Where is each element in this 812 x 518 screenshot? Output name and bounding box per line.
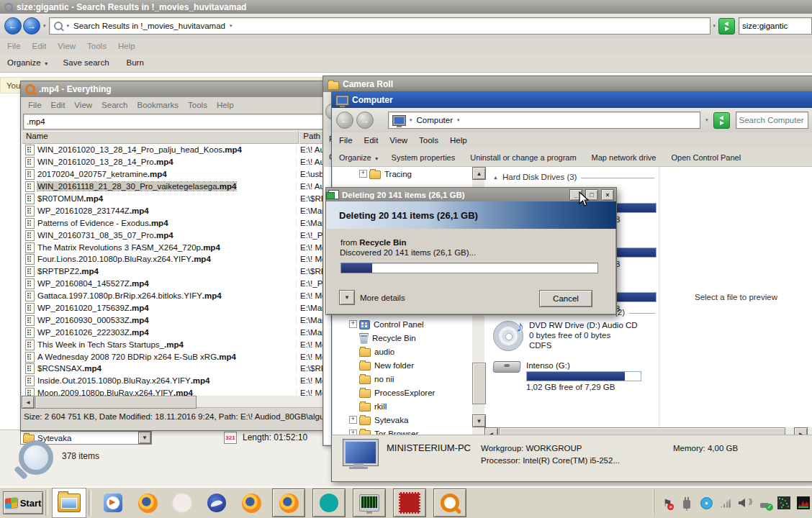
file-row[interactable]: $R0TOMUM.mp4 E:\$REC xyxy=(22,193,325,205)
menu-item[interactable]: Search xyxy=(102,101,127,109)
scrollbar-thumb[interactable] xyxy=(35,396,197,409)
hdd-fragment[interactable]: B xyxy=(615,247,657,288)
scroll-left-button[interactable] xyxy=(22,396,35,409)
menu-item[interactable]: Help xyxy=(450,136,467,145)
seamonkey-icon[interactable] xyxy=(203,489,230,517)
aimp-icon[interactable] xyxy=(168,489,196,517)
tree-item[interactable]: + Tracing xyxy=(333,167,472,181)
menu-item[interactable]: View xyxy=(389,136,407,145)
menu-item[interactable]: Help xyxy=(118,42,135,50)
address-chevron[interactable]: ▾ xyxy=(457,117,460,123)
file-row[interactable]: $RCSNSAX.mp4 E:\$REC xyxy=(22,363,325,375)
explorer-title-bar[interactable]: size:gigantic - Search Results in !_movi… xyxy=(0,0,812,14)
filezilla-icon[interactable] xyxy=(393,489,426,517)
menu-item[interactable]: View xyxy=(58,42,76,50)
file-row[interactable]: WP_20160804_145527Z.mp4 E:\!_Pict xyxy=(22,278,325,290)
tray-signal-icon[interactable] xyxy=(718,496,733,510)
menu-item[interactable]: Tools xyxy=(419,136,438,145)
toolbar-button[interactable]: Save search xyxy=(63,58,112,67)
tree-item[interactable]: + Recycle Bin xyxy=(333,331,472,345)
search-box[interactable] xyxy=(736,112,808,129)
file-row[interactable]: WP_20160930_000533Z.mp4 E:\Margu xyxy=(22,314,325,326)
camera-roll-title-bar[interactable]: Camera Roll xyxy=(323,76,812,92)
menu-item[interactable]: Bookmarks xyxy=(137,101,179,109)
tray-perf-icon[interactable] xyxy=(796,496,811,510)
file-row[interactable]: A Wednesday 2008 720 BDRip x264 E-SuB xR… xyxy=(22,350,325,363)
file-row[interactable]: WP_20161026_222303Z.mp4 E:\Margu xyxy=(22,326,325,338)
tree-item[interactable]: + rkill xyxy=(333,399,472,413)
forward-button[interactable]: → xyxy=(356,112,374,129)
file-row[interactable]: WIN_20160731_08_35_07_Pro.mp4 E:\!_Pict xyxy=(22,229,325,241)
tree-item[interactable]: + ProcessExplorer xyxy=(333,386,472,399)
start-button[interactable]: Start xyxy=(3,491,43,514)
menu-item[interactable]: File xyxy=(7,42,21,50)
hdd-fragment[interactable]: B xyxy=(615,203,657,243)
search-box[interactable] xyxy=(739,17,812,35)
cancel-button[interactable]: Cancel xyxy=(539,290,592,307)
eset-icon[interactable] xyxy=(312,489,346,517)
expand-toggle[interactable]: + xyxy=(359,170,367,178)
tray-flag-icon[interactable] xyxy=(660,496,675,510)
file-row[interactable]: Patterns of Evidence - Exodus.mp4 E:\Mar… xyxy=(22,217,325,229)
nav-history-dropdown[interactable]: ▾ xyxy=(43,23,46,29)
tray-volume-icon[interactable] xyxy=(738,496,752,510)
refresh-button[interactable] xyxy=(718,18,735,35)
procexp-icon[interactable] xyxy=(353,489,386,517)
address-bar[interactable]: ▾ Computer ▾ xyxy=(388,112,700,129)
computer-title-bar[interactable]: Computer xyxy=(332,92,812,108)
expand-toggle[interactable]: + xyxy=(349,416,357,424)
address-list-dropdown[interactable]: ▾ xyxy=(713,23,716,29)
expand-toggle[interactable]: + xyxy=(349,320,357,328)
toolbar-button[interactable]: Open Control Panel xyxy=(671,153,744,162)
tree-item[interactable]: + audio xyxy=(333,345,472,358)
tray-blue-icon[interactable] xyxy=(699,496,713,510)
wmp-icon[interactable] xyxy=(99,489,127,517)
menu-item[interactable]: Tools xyxy=(87,42,107,50)
drive-item[interactable]: DVD RW Drive (D:) Audio CD 0 bytes free … xyxy=(493,321,654,351)
tray-matrix-icon[interactable] xyxy=(777,496,791,510)
back-button[interactable]: ← xyxy=(336,112,353,129)
dialog-title-bar[interactable]: Deleting 20 141 items (26,1 GB) _ □ × xyxy=(326,188,616,201)
address-chevron[interactable]: ▾ xyxy=(230,23,233,29)
back-button[interactable]: ← xyxy=(4,17,22,35)
file-row[interactable]: WP_20161028_231744Z.mp4 E:\Margu xyxy=(22,204,325,217)
toolbar-button[interactable]: System properties xyxy=(392,153,459,162)
menu-item[interactable]: Edit xyxy=(51,101,66,109)
tree-item[interactable]: + Sytevaka xyxy=(333,413,472,427)
horizontal-scrollbar[interactable] xyxy=(22,396,325,407)
forward-button[interactable]: → xyxy=(23,17,40,35)
firefox-icon[interactable] xyxy=(134,489,161,517)
toolbar-button[interactable]: Map network drive xyxy=(592,153,659,162)
file-row[interactable]: This Week in Tech Stars Startups_.mp4 E:… xyxy=(22,338,325,350)
menu-item[interactable]: File xyxy=(339,136,353,145)
everything-search-input[interactable] xyxy=(24,117,323,126)
close-button[interactable]: × xyxy=(601,189,614,201)
file-row[interactable]: $RPTBPZ2.mp4 E:\$REC xyxy=(22,265,325,278)
file-row[interactable]: Four.Lions.2010.1080p.BluRay.x264.YIFY.m… xyxy=(22,253,325,265)
group-header-hdd[interactable]: ▲ Hard Disk Drives (3) xyxy=(493,173,654,181)
tray-plug-icon[interactable] xyxy=(680,496,694,510)
combo-dropdown-button[interactable] xyxy=(138,432,151,444)
column-header-path[interactable]: Path xyxy=(299,131,325,144)
everything-title-bar[interactable]: .mp4 - Everything xyxy=(21,81,326,97)
firefox-icon[interactable] xyxy=(238,489,265,517)
everything-tb-icon[interactable] xyxy=(433,489,466,517)
file-row[interactable]: 20170204_020757_ketramine.mp4 E:\usb\W xyxy=(22,168,325,181)
menu-item[interactable]: View xyxy=(74,101,92,109)
menu-item[interactable]: Help xyxy=(217,101,234,109)
menu-item[interactable]: Edit xyxy=(364,136,379,145)
address-list-dropdown[interactable]: ▾ xyxy=(705,117,708,123)
more-details-toggle[interactable] xyxy=(339,290,355,305)
tree-item[interactable]: + New folder xyxy=(333,358,472,372)
menu-item[interactable]: Edit xyxy=(32,42,47,50)
file-row[interactable]: WIN_20161020_13_28_14_Pro.mp4 E:\! Aud xyxy=(22,156,325,168)
everything-search-box[interactable] xyxy=(23,114,324,130)
computer-search-input[interactable] xyxy=(736,116,808,124)
file-row[interactable]: Moon.2009.1080p.BluRay.x264.YIFY.mp4 E:\… xyxy=(22,387,325,396)
firefox-icon[interactable] xyxy=(272,489,305,517)
drive-item[interactable]: Intenso (G:) 1,02 GB free of 7,29 GB xyxy=(493,361,654,393)
menu-item[interactable]: Tools xyxy=(188,101,207,109)
refresh-button[interactable] xyxy=(713,112,730,129)
search-input[interactable] xyxy=(739,22,811,30)
address-bar[interactable]: ▾ Search Results in !_movies_huvitavamad… xyxy=(49,17,710,35)
